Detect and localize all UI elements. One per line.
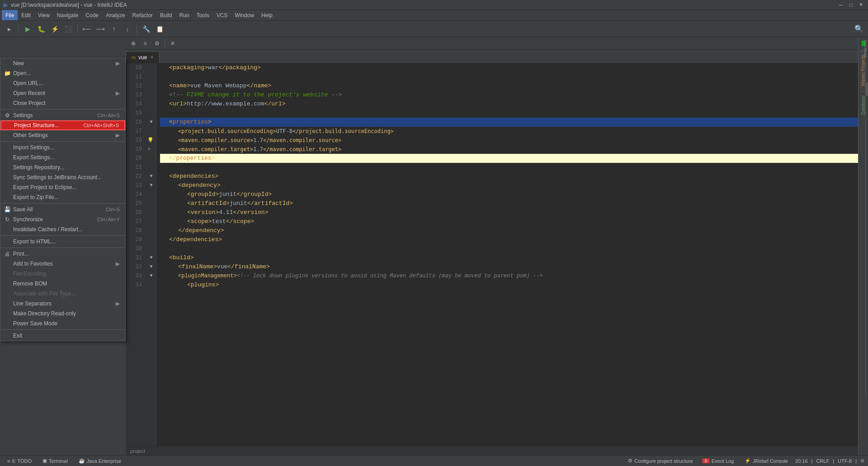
menu-run[interactable]: Run xyxy=(176,10,193,20)
line-num-17: 17 xyxy=(126,127,145,136)
menu-item-import-settings[interactable]: Import Settings... xyxy=(0,143,125,152)
menu-item-export-zip[interactable]: Export to Zip File... xyxy=(0,192,125,202)
gutter-33[interactable]: ▼ xyxy=(146,271,156,281)
lightbulb-icon[interactable]: 💡 xyxy=(147,136,154,145)
statusbar-right: ① Event Log ⚡ JRebel Console 20:16 | CRL… xyxy=(698,457,864,465)
menu-item-print-label: Print... xyxy=(13,251,29,257)
gutter: ▼ ▼ ▼ ▼ ▼ ▼ 💡 ▷ xyxy=(146,63,156,446)
menu-item-export-html-label: Export to HTML... xyxy=(13,238,56,245)
menu-item-sync-settings[interactable]: Sync Settings to JetBrains Account... xyxy=(0,172,125,182)
toolbar-run-config[interactable]: ▸ xyxy=(3,23,15,35)
minimize-button[interactable]: ─ xyxy=(837,1,844,9)
toolbar-run-coverage[interactable]: ⚡ xyxy=(48,23,61,35)
menu-item-export-settings[interactable]: Export Settings... xyxy=(0,152,125,162)
gutter-22[interactable]: ▼ xyxy=(146,172,156,181)
menu-item-open-recent[interactable]: Open Recent ▶ xyxy=(0,88,125,98)
menu-help[interactable]: Help xyxy=(258,10,276,20)
gutter-31[interactable]: ▼ xyxy=(146,253,156,262)
menu-file[interactable]: File xyxy=(2,10,18,20)
status-tab-todo[interactable]: ≡ 6: TODO xyxy=(4,457,35,465)
menu-refactor[interactable]: Refactor xyxy=(129,10,156,20)
menu-item-exit[interactable]: Exit xyxy=(0,331,125,341)
menu-item-print[interactable]: 🖨 Print... xyxy=(0,249,125,259)
menu-item-close-project-label: Close Project xyxy=(13,100,45,106)
menu-item-invalidate-caches[interactable]: Invalidate Caches / Restart... xyxy=(0,224,125,234)
editor-toolbar: ⊕ ≡ ⚙ ✕ xyxy=(126,37,858,50)
code-content[interactable]: <packaging>war</packaging> <name>vue Mav… xyxy=(156,63,858,446)
maximize-button[interactable]: □ xyxy=(847,1,854,9)
editor-tab-vue[interactable]: m vue ✕ xyxy=(126,51,160,63)
code-editor[interactable]: 10 11 12 13 14 15 16 17 18 19 20 21 22 2… xyxy=(126,63,858,446)
status-encoding[interactable]: UTF-8 xyxy=(838,458,852,464)
menu-item-settings[interactable]: ⚙ Settings Ctrl+Alt+S xyxy=(0,110,125,120)
app-icon: ▶ xyxy=(4,1,8,8)
menu-item-remove-bom[interactable]: Remove BOM xyxy=(0,279,125,289)
menu-tools[interactable]: Tools xyxy=(193,10,213,20)
menu-analyze[interactable]: Analyze xyxy=(102,10,129,20)
menu-item-synchronize[interactable]: ↻ Synchronize Ctrl+Alt+Y xyxy=(0,214,125,224)
status-tab-terminal[interactable]: ▣ Terminal xyxy=(39,457,71,465)
right-scrollbar xyxy=(865,64,868,399)
menu-item-add-favorites[interactable]: Add to Favorites ▶ xyxy=(0,259,125,269)
status-sep-1: | xyxy=(811,458,813,464)
menu-item-power-save[interactable]: Power Save Mode xyxy=(0,319,125,328)
toolbar-tools1[interactable]: 🔧 xyxy=(140,23,152,35)
line-num-12: 12 xyxy=(126,81,145,90)
toolbar-down[interactable]: ↓ xyxy=(121,23,134,35)
menu-item-export-html[interactable]: Export to HTML... xyxy=(0,237,125,247)
code-line-14: <url>http://www.example.com</url> xyxy=(160,100,858,109)
toolbar-tools2[interactable]: 📋 xyxy=(153,23,166,35)
gutter-32[interactable]: ▼ xyxy=(146,262,156,271)
menu-item-add-favorites-label: Add to Favorites xyxy=(13,261,52,267)
code-line-32: <finalName>vue</finalName> xyxy=(160,262,858,271)
et-btn-structure[interactable]: ⊕ xyxy=(128,38,138,48)
right-scrollbar-thumb[interactable] xyxy=(866,82,868,96)
code-line-34: <plugins> xyxy=(160,281,858,290)
close-button[interactable]: ✕ xyxy=(857,1,864,9)
menu-item-make-readonly[interactable]: Make Directory Read-only xyxy=(0,309,125,319)
menu-vcs[interactable]: VCS xyxy=(213,10,231,20)
toolbar-run[interactable]: ▶ xyxy=(21,23,34,35)
toolbar-debug[interactable]: 🐛 xyxy=(35,23,47,35)
menu-item-open[interactable]: 📁 Open... xyxy=(0,68,125,78)
menu-item-export-eclipse[interactable]: Export Project to Eclipse... xyxy=(0,182,125,192)
toolbar-fwd[interactable]: ⟶ xyxy=(94,23,107,35)
toolbar-back[interactable]: ⟵ xyxy=(80,23,93,35)
line-num-19: 19 xyxy=(126,145,145,154)
synchronize-icon: ↻ xyxy=(3,216,11,223)
menu-item-other-settings[interactable]: Other Settings ▶ xyxy=(0,130,125,140)
right-tab-anti-build[interactable]: Anti-Build xyxy=(863,38,868,59)
menu-item-new[interactable]: New ▶ xyxy=(0,58,125,68)
toolbar-stop[interactable]: ⬛ xyxy=(62,23,75,35)
menu-item-project-structure[interactable]: Project Structure... Ctrl+Alt+Shift+S xyxy=(0,120,125,130)
menu-item-save-all[interactable]: 💾 Save All Ctrl+S xyxy=(0,204,125,214)
tab-vue-close-icon[interactable]: ✕ xyxy=(150,55,154,60)
menu-item-export-zip-label: Export to Zip File... xyxy=(13,194,59,200)
code-line-28: </dependency> xyxy=(160,226,858,235)
jrebel-label: JRebel Console xyxy=(753,458,788,464)
menu-edit[interactable]: Edit xyxy=(18,10,34,20)
line-num-14: 14 xyxy=(126,100,145,109)
et-btn-close[interactable]: ✕ xyxy=(168,38,178,48)
gutter-16[interactable]: ▼ xyxy=(146,118,156,127)
menu-item-line-separators[interactable]: Line Separators ▶ xyxy=(0,299,125,309)
menu-item-open-url[interactable]: Open URL... xyxy=(0,78,125,88)
et-btn-settings[interactable]: ⚙ xyxy=(152,38,162,48)
status-line-sep[interactable]: CRLF xyxy=(816,458,829,464)
jrebel-icon: ⚡ xyxy=(745,458,751,464)
menu-navigate[interactable]: Navigate xyxy=(53,10,82,20)
menu-window[interactable]: Window xyxy=(231,10,258,20)
gutter-23[interactable]: ▼ xyxy=(146,181,156,190)
status-event-log[interactable]: ① Event Log xyxy=(698,457,738,465)
et-btn-sort[interactable]: ≡ xyxy=(140,38,150,48)
menu-code[interactable]: Code xyxy=(82,10,102,20)
status-jrebel[interactable]: ⚡ JRebel Console xyxy=(741,457,792,465)
toolbar-search[interactable]: 🔍 xyxy=(853,23,865,35)
status-tab-java-enterprise[interactable]: ☕ Java Enterprise xyxy=(75,457,125,465)
menu-item-close-project[interactable]: Close Project xyxy=(0,98,125,108)
scroll-label-text: project xyxy=(130,448,145,454)
menu-view[interactable]: View xyxy=(34,10,53,20)
menu-build[interactable]: Build xyxy=(156,10,176,20)
menu-item-settings-repo[interactable]: Settings Repository... xyxy=(0,162,125,172)
toolbar-up[interactable]: ↑ xyxy=(108,23,120,35)
